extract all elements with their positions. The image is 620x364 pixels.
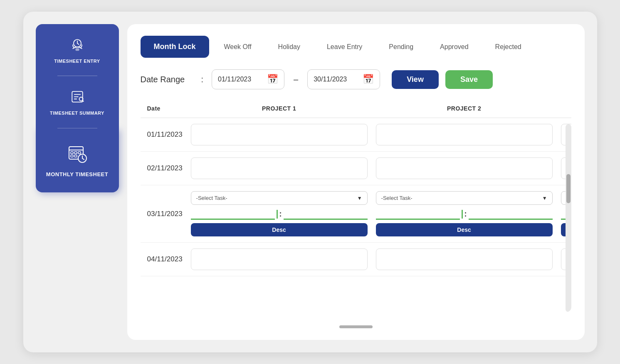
sidebar-item-timesheet-entry-label: TIMESHEET ENTRY (54, 58, 100, 64)
cell-proj2-1 (372, 152, 557, 185)
table-row: 04/11/202300:00 (141, 243, 571, 276)
view-button[interactable]: View (392, 70, 439, 89)
timesheet-table-container: Date PROJECT 1 PROJECT 2 PROJECT 3 TOTAL… (141, 99, 571, 312)
start-date-input-wrap[interactable]: 📅 (212, 69, 284, 89)
svg-line-7 (82, 101, 83, 101)
date-range-colon: : (201, 75, 204, 84)
cell-proj1-2: -Select Task-▼ : Desc (187, 185, 372, 243)
cell-proj1-0 (187, 118, 372, 152)
tab-rejected[interactable]: Rejected (484, 37, 533, 57)
col-proj3: PROJECT 3 (557, 99, 571, 118)
tab-leave-entry[interactable]: Leave Entry (315, 37, 374, 57)
svg-rect-14 (74, 155, 77, 157)
task-cell: -Select Task-▼ : Desc (191, 191, 368, 236)
date-range-row: Date Range : 📅 – 📅 View Save (141, 69, 571, 89)
task-cell: -Select Task-▼ : Desc (376, 191, 553, 236)
cell-date-0: 01/11/2023 (141, 118, 187, 152)
time-minutes-input[interactable] (469, 208, 553, 220)
cell-proj2-3 (372, 243, 557, 276)
table-row: 02/11/202300:00 (141, 152, 571, 185)
svg-rect-1 (76, 49, 79, 51)
cell-date-3: 04/11/2023 (141, 243, 187, 276)
sidebar: TIMESHEET ENTRY TIMESHEET SUMMARY (36, 24, 119, 340)
select-task-dropdown[interactable]: -Select Task-▼ (191, 191, 368, 205)
col-date: Date (141, 99, 187, 118)
empty-cell (191, 124, 368, 145)
tabs-row: Month Lock Week Off Holiday Leave Entry … (141, 36, 571, 58)
svg-rect-11 (74, 152, 77, 154)
table-header-row: Date PROJECT 1 PROJECT 2 PROJECT 3 TOTAL (141, 99, 571, 118)
scrollbar-track[interactable] (566, 124, 571, 312)
start-cal-icon[interactable]: 📅 (267, 74, 278, 85)
cell-proj2-2: -Select Task-▼ : Desc (372, 185, 557, 243)
sidebar-item-timesheet-summary-label: TIMESHEET SUMMARY (50, 110, 104, 116)
empty-cell (191, 157, 368, 179)
time-colon: : (277, 210, 282, 219)
empty-cell (191, 248, 368, 270)
end-date-input[interactable] (314, 76, 359, 83)
timesheet-summary-icon (69, 88, 86, 107)
tab-pending[interactable]: Pending (377, 37, 425, 57)
empty-cell (376, 248, 553, 270)
save-button[interactable]: Save (445, 70, 493, 89)
sidebar-item-monthly-timesheet-label: MONTHLY TIMESHEET (46, 171, 108, 177)
hscroll-hint (141, 325, 571, 328)
svg-rect-10 (71, 152, 73, 154)
time-minutes-input[interactable] (284, 208, 368, 220)
time-row: : (376, 208, 553, 220)
tab-week-off[interactable]: Week Off (212, 37, 263, 57)
time-hours-input[interactable] (191, 208, 275, 220)
date-range-label: Date Range (141, 75, 195, 84)
cell-proj1-1 (187, 152, 372, 185)
tab-approved[interactable]: Approved (428, 37, 480, 57)
empty-cell (376, 157, 553, 179)
end-date-input-wrap[interactable]: 📅 (307, 69, 380, 89)
col-proj1: PROJECT 1 (187, 99, 372, 118)
svg-rect-13 (71, 155, 73, 157)
start-date-input[interactable] (218, 76, 264, 83)
cell-date-1: 02/11/2023 (141, 152, 187, 185)
scrollbar-thumb[interactable] (566, 174, 571, 203)
sidebar-item-timesheet-entry[interactable]: TIMESHEET ENTRY (36, 24, 119, 76)
cell-proj1-3 (187, 243, 372, 276)
svg-rect-12 (78, 152, 81, 154)
timesheet-table: Date PROJECT 1 PROJECT 2 PROJECT 3 TOTAL… (141, 99, 571, 276)
time-row: : (191, 208, 368, 220)
table-row: 01/11/202300:00 (141, 118, 571, 152)
empty-cell (376, 124, 553, 145)
timesheet-entry-icon (69, 36, 86, 55)
main-content: Month Lock Week Off Holiday Leave Entry … (127, 24, 585, 340)
time-hours-input[interactable] (376, 208, 460, 220)
cell-proj2-0 (372, 118, 557, 152)
col-proj2: PROJECT 2 (372, 99, 557, 118)
hscroll-bar[interactable] (339, 325, 373, 328)
tab-month-lock[interactable]: Month Lock (141, 36, 209, 58)
time-colon: : (462, 210, 467, 219)
cell-date-2: 03/11/2023 (141, 185, 187, 243)
app-container: TIMESHEET ENTRY TIMESHEET SUMMARY (23, 12, 597, 352)
sidebar-item-monthly-timesheet[interactable]: MONTHLY TIMESHEET (36, 128, 119, 192)
table-row: 03/11/2023-Select Task-▼ : Desc-Select T… (141, 185, 571, 243)
end-cal-icon[interactable]: 📅 (363, 74, 374, 85)
date-range-dash: – (294, 75, 298, 84)
tab-holiday[interactable]: Holiday (267, 37, 312, 57)
select-task-dropdown[interactable]: -Select Task-▼ (376, 191, 553, 205)
desc-button[interactable]: Desc (191, 223, 368, 236)
sidebar-item-timesheet-summary[interactable]: TIMESHEET SUMMARY (36, 76, 119, 128)
monthly-timesheet-icon (67, 143, 87, 167)
desc-button[interactable]: Desc (376, 223, 553, 236)
